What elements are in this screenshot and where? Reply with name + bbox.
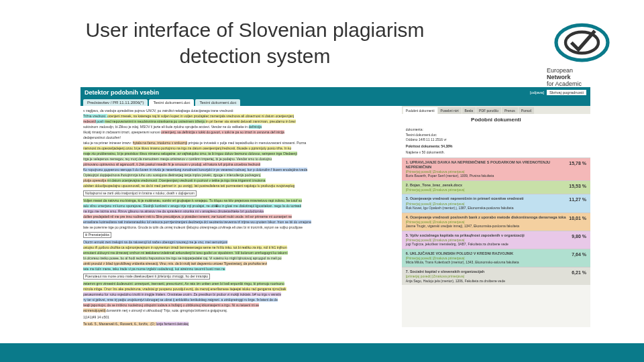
tab-1[interactable]: Testni dokument.doc	[149, 99, 194, 106]
panel-title: Podobni dokumenti	[402, 114, 590, 125]
rtab-help[interactable]: Pomoč	[519, 107, 535, 114]
match-item-0[interactable]: 15,78 %1. UPRAVLJANJE DAVKA NA NEPREMIČN…	[402, 158, 590, 180]
rtab-similar[interactable]: Podobni dokumenti	[403, 107, 437, 114]
slide-title: User interface of Slovenian plagiarism d…	[80, 17, 429, 69]
match-item-6[interactable]: 6,21 %7. Socialni kapital v slovenskih o…	[402, 267, 590, 285]
document-text-pane: v zagljavu, da vsebuje opredelitve pojmo…	[80, 106, 402, 327]
tab-2[interactable]: Testni dokument.doc	[195, 99, 240, 106]
match-item-1[interactable]: 15,53 %2. Bojan_Tone_brez_zensk.docx|Pri…	[402, 180, 590, 194]
settings-button[interactable]: Skrivaj pogradnosti	[547, 90, 586, 95]
rtab-special[interactable]: Posebni nizi	[438, 107, 462, 114]
rtab-pdf[interactable]: PDF poročilo	[476, 107, 501, 114]
rtab-words[interactable]: Besla	[462, 107, 476, 114]
similar-docs-panel: Podobni dokumenti Posebni nizi Besla PDF…	[402, 106, 590, 327]
svg-point-0	[556, 25, 608, 60]
doc-info: dokumenta: Testni dokument.doc Oddano 14…	[402, 125, 590, 158]
app-header: Detektor podobnih vsebin [odjava] Skriva…	[80, 87, 590, 98]
document-tabs: Predstavitev / PR 11.11.2006(*) Testni d…	[80, 98, 590, 106]
brand-logo: EuropeanNetworkfor AcademicIntegrity	[547, 17, 617, 95]
match-item-5[interactable]: 7,64 %6. UKLJUČANJE VOLINSКIH POLUDIJ V …	[402, 249, 590, 267]
svg-point-1	[566, 32, 598, 54]
logout-link[interactable]: [odjava]	[530, 90, 544, 95]
app-window: Detektor podobnih vsebin [odjava] Skriva…	[80, 87, 590, 328]
tab-0[interactable]: Predstavitev / PR 11.11.2006(*)	[83, 99, 148, 106]
match-item-4[interactable]: 9,80 %5. Vpliv socialnega kapitala na pr…	[402, 231, 590, 249]
footer-bar	[0, 343, 644, 362]
match-item-2[interactable]: 11,27 %3. Ocenjevanje vrednosti nepremič…	[402, 194, 590, 212]
match-item-3[interactable]: 10,01 %4. Ocenjevanje vrednosti poslovni…	[402, 213, 590, 231]
rtab-download[interactable]: Prenos	[502, 107, 518, 114]
app-title: Detektor podobnih vsebin	[85, 89, 159, 96]
